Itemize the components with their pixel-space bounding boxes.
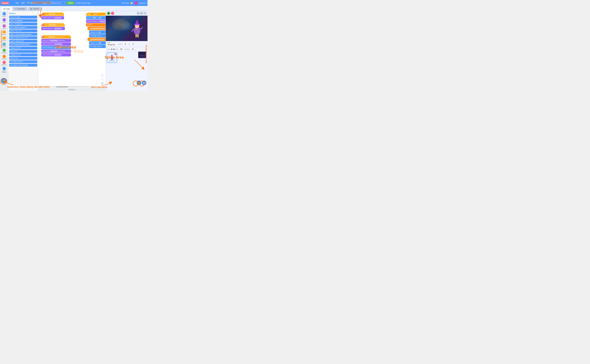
block-if-left[interactable]: if key left arrow ▾ pressed? then: [88, 38, 106, 41]
block-switch-backdrop-castle[interactable]: switch backdrop to Castle 2 ▾: [86, 20, 106, 23]
palette-item-operators[interactable]: Operators: [0, 48, 8, 54]
costume-dropdown-3[interactable]: wizard girl2 ▾: [54, 43, 63, 45]
sprite-y-input[interactable]: [131, 43, 136, 45]
costume-dropdown-4[interactable]: wizard girl ▾: [54, 54, 62, 56]
tab-code[interactable]: ⊞ Code: [1, 7, 12, 11]
tab-sounds[interactable]: 🔊 Sounds: [28, 7, 41, 11]
svg-line-6: [132, 29, 134, 31]
zoom-in-button[interactable]: +: [100, 73, 104, 77]
hat-block-left-arrow[interactable]: M when left arrow ▾ key pressed: [41, 13, 64, 16]
horizontal-scrollbar[interactable]: [38, 86, 106, 87]
share-button[interactable]: Share: [66, 1, 75, 5]
tutorials-button[interactable]: 💡 Tutorials: [26, 1, 38, 5]
block-change-x-10[interactable]: change x by 10: [89, 31, 106, 34]
extensions-button[interactable]: 🧩: [1, 78, 7, 84]
large-stage-button[interactable]: ⊟: [140, 12, 143, 15]
direction-input[interactable]: [130, 48, 135, 51]
palette-item-sensing[interactable]: Sensing: [0, 42, 8, 48]
block-play-sound-2[interactable]: play sound Magic Spell ▾ until done: [41, 50, 71, 53]
costume-dropdown[interactable]: wizard girl ▾: [54, 17, 62, 19]
palette-item-my-blocks[interactable]: My Blocks: [0, 60, 8, 66]
motion-block[interactable]: turn ↻ 15 degrees: [9, 19, 37, 22]
globe-button[interactable]: 🌐: [10, 1, 14, 5]
fullscreen-button[interactable]: ⤢: [143, 12, 146, 15]
motion-block[interactable]: set rotation style left-right ▾: [9, 64, 37, 67]
palette-item-events[interactable]: Events: [0, 30, 8, 36]
block-switch-costume-1[interactable]: switch costume to wizard girl ▾: [41, 16, 64, 20]
svg-marker-14: [111, 54, 113, 56]
star: [128, 17, 128, 18]
motion-block[interactable]: change y by 10: [9, 53, 37, 56]
palette-item-looks[interactable]: Looks: [0, 18, 8, 24]
sound-dropdown-2[interactable]: Magic Spell ▾: [50, 51, 59, 52]
block-goto-xy[interactable]: go to x: -133 y: -57: [86, 16, 106, 20]
motion-block[interactable]: go to x: 21 y: -57: [9, 29, 37, 32]
palette-item-variables[interactable]: Variables: [0, 54, 8, 60]
block-change-x-neg10[interactable]: change x by -10: [89, 41, 106, 45]
palette-item-makey-makey[interactable]: Makey Makey: [0, 66, 8, 74]
motion-block[interactable]: point towards mouse-pointer ▾: [9, 43, 37, 46]
motion-block[interactable]: go to random position ▾: [9, 26, 37, 29]
stage-view-buttons: ⊡ ⊟ ⤢: [137, 12, 146, 15]
sound-dropdown[interactable]: cast a spell ▾: [50, 40, 58, 41]
costume-dropdown-2[interactable]: wizard girl ▾: [54, 28, 62, 29]
scroll-thumb[interactable]: [56, 86, 68, 87]
block-switch-costume-2[interactable]: switch costume to wizard girl ▾: [41, 27, 65, 30]
edit-menu[interactable]: Edit: [20, 1, 25, 5]
palette-item-motion[interactable]: Motion: [0, 12, 8, 18]
project-title-input[interactable]: [38, 1, 65, 5]
zoom-fit-button[interactable]: ⊡: [100, 82, 104, 85]
hat-block-up-down[interactable]: M when up down ▾ pressed in order: [41, 35, 71, 39]
see-project-button[interactable]: ↻ See Project Page: [76, 2, 90, 4]
key-dropdown[interactable]: left arrow ▾: [48, 13, 56, 15]
motion-block[interactable]: glide 1 secs to x: 21 y: -57: [9, 36, 37, 39]
palette-item-control[interactable]: Control: [0, 36, 8, 42]
script-left-arrow: M when left arrow ▾ key pressed switch c…: [41, 13, 64, 20]
block-if-right[interactable]: if key right arrow ▾ pressed? then: [88, 27, 106, 30]
hat-block-right-arrow[interactable]: M when right arrow ▾ key pressed: [41, 23, 65, 26]
motion-block[interactable]: turn ↺ 15 degrees: [9, 23, 37, 25]
size-input[interactable]: [119, 48, 124, 51]
tab-costumes[interactable]: ✂ Costumes: [13, 7, 27, 11]
palette-dot: [3, 12, 6, 15]
small-stage-button[interactable]: ⊡: [137, 12, 140, 15]
motion-block[interactable]: glide 1 secs to random position ▾: [9, 33, 37, 36]
motion-block[interactable]: move 10 steps: [9, 16, 37, 19]
block-edge-bounce-2[interactable]: if on edge, bounce: [89, 45, 106, 48]
block-play-sound-1[interactable]: play sound cast a spell ▾ until done: [41, 39, 71, 42]
zoom-out-button[interactable]: −: [100, 78, 104, 81]
sprite-delete-button[interactable]: ✕: [114, 53, 117, 55]
key-dropdown-right[interactable]: right arrow ▾: [48, 24, 57, 26]
motion-block[interactable]: set y to -57: [9, 57, 37, 60]
add-sprite-button[interactable]: 🐱: [137, 81, 141, 85]
palette-item-sound[interactable]: Sound: [0, 24, 8, 30]
motion-block[interactable]: if on edge, bounce: [9, 60, 37, 63]
add-backdrop-button[interactable]: 🖼: [142, 81, 146, 85]
block-switch-costume-3[interactable]: switch costume to wizard girl2 ▾: [41, 42, 71, 46]
motion-block[interactable]: change x by 10: [9, 46, 37, 49]
hat-block-flag[interactable]: when clicked: [86, 13, 106, 16]
key-dropdown-updown[interactable]: up down ▾: [48, 36, 55, 38]
block-switch-backdrop[interactable]: switch backdrop to pick random 1 to 6: [41, 46, 71, 49]
block-forever[interactable]: forever: [86, 23, 106, 26]
save-now-button[interactable]: Save Now: [122, 2, 129, 4]
block-switch-costume-4[interactable]: switch costume to wizard girl ▾: [41, 53, 71, 56]
backdrop-dropdown[interactable]: pick random: [54, 47, 63, 49]
wizard-girl-sprite-thumb[interactable]: ✕ Wizard Girl: [107, 52, 117, 63]
scratch-logo[interactable]: Scratch: [1, 2, 9, 5]
stage-thumbnail[interactable]: Backdrops 6: [138, 52, 146, 58]
block-edge-bounce-1[interactable]: if on edge, bounce: [89, 34, 106, 37]
file-menu[interactable]: File: [15, 1, 20, 5]
sprite-name-input[interactable]: [107, 43, 118, 46]
green-flag-button[interactable]: ▶: [107, 12, 110, 15]
backdrop-castle-dropdown[interactable]: Castle 2 ▾: [99, 21, 106, 22]
motion-block[interactable]: point in direction 90: [9, 40, 37, 43]
eye-icon[interactable]: 👁: [111, 48, 113, 50]
hide-icon[interactable]: 👁: [113, 48, 115, 50]
main-layout: MotionLooksSoundEventsControlSensingOper…: [0, 11, 147, 91]
red-stop-button[interactable]: [111, 12, 114, 15]
sprite-label: Sprite: [107, 42, 118, 46]
work-area[interactable]: Work Area M when left arrow ▾ key presse…: [38, 11, 106, 91]
sprite-x-input[interactable]: [123, 43, 128, 45]
motion-block[interactable]: set x to 21: [9, 50, 37, 53]
